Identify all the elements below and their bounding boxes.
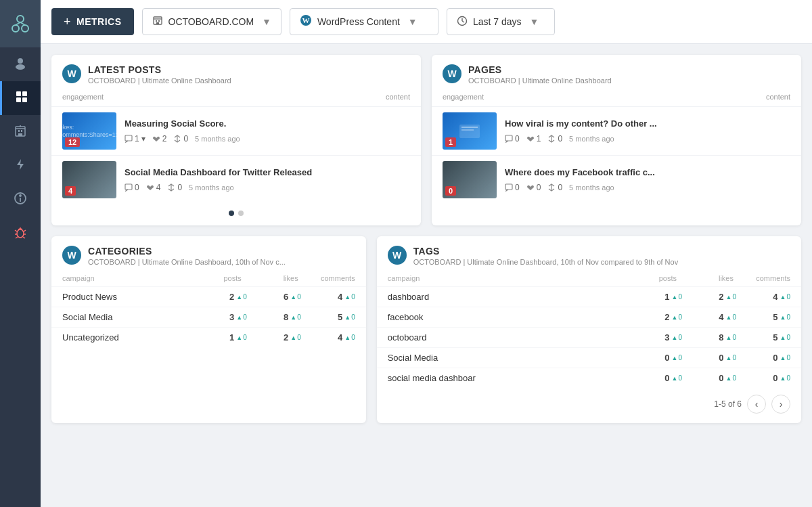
cat-likes-1: 8 ▲0 [247,312,301,322]
chevron-down-icon-1: ▾ [141,134,145,144]
time-dropdown[interactable]: Last 7 days ▼ [447,8,555,35]
svg-point-0 [17,16,24,22]
sidebar-item-bug[interactable] [0,217,41,250]
post-likes-2: 4 [146,183,161,192]
svg-marker-17 [17,159,24,170]
time-chevron: ▼ [530,16,539,27]
cat-comments-0: 4 ▲0 [301,292,355,302]
categories-title: CATEGORIES [88,246,286,257]
svg-line-3 [16,22,20,25]
tag-name-3: Social Media [388,353,628,363]
sidebar-item-lightning[interactable] [0,149,41,183]
platform-dropdown[interactable]: OCTOBOARD.COM ▼ [142,8,281,35]
metrics-label: METRICS [76,16,122,27]
categories-header-text: CATEGORIES OCTOBOARD | Ultimate Online D… [88,246,286,266]
tag-row-2: octoboard 3▲0 8▲0 5▲0 [377,327,801,347]
page-shares-1: 0 [547,134,562,144]
bottom-card-row: W CATEGORIES OCTOBOARD | Ultimate Online… [51,236,801,423]
svg-rect-9 [16,97,21,102]
post-stats-1: 1 ▾ 2 0 5 months ago [125,134,410,144]
cat-posts-2: 1 ▲0 [193,332,247,343]
svg-point-1 [12,25,19,32]
posts-meta-row: engagement content [51,90,421,106]
svg-line-4 [20,22,25,25]
svg-point-20 [20,195,21,196]
post-time-2: 5 months ago [189,183,234,192]
svg-line-27 [16,237,18,238]
platform-icon [152,15,163,28]
tags-title: TAGS [413,246,679,257]
sidebar-item-dashboard[interactable] [0,81,41,115]
pages-meta-row: engagement content [432,90,801,106]
sidebar-item-info[interactable] [0,183,41,217]
tags-subtitle: OCTOBOARD | Ultimate Online Dashboard, 1… [413,258,679,266]
svg-line-24 [24,230,26,232]
pages-title: PAGES [468,64,612,75]
sidebar-item-user[interactable] [0,47,41,81]
category-row-1: Social Media 3 ▲0 8 ▲0 [51,307,366,327]
svg-point-2 [22,25,28,32]
svg-line-23 [15,230,17,232]
post-item-2[interactable]: 4 Social Media Dashboard for Twitter Rel… [51,155,421,204]
tag-col-posts: posts [623,274,677,282]
tag-name-2: octoboard [388,332,628,343]
page-score-2: 0 [445,186,456,196]
lightning-icon [14,158,27,175]
categories-subtitle: OCTOBOARD | Ultimate Online Dashboard, 1… [88,258,286,266]
post-thumb-2: 4 [62,161,116,198]
post-title-2: Social Media Dashboard for Twitter Relea… [125,167,410,179]
wp-badge-categories: W [62,246,81,265]
cat-posts-1: 3 ▲0 [193,312,247,322]
pages-subtitle: OCTOBOARD | Ultimate Online Dashboard [468,76,612,85]
post-shares-1: 0 [173,134,188,144]
latest-posts-title: LATEST POSTS [88,64,231,75]
wp-badge-pages: W [443,64,461,83]
content-label-posts: content [386,93,410,101]
categories-header: W CATEGORIES OCTOBOARD | Ultimate Online… [51,236,366,271]
sidebar-item-building[interactable] [0,115,41,149]
platform-label: OCTOBOARD.COM [168,16,254,27]
post-thumb-1: Likes: Comments:Shares=1:2 12 [62,112,116,150]
svg-rect-49 [505,184,512,190]
wp-badge-posts: W [62,64,81,83]
wordpress-icon: W [300,14,312,30]
content-label: WordPress Content [317,16,400,27]
sidebar-logo[interactable] [0,0,41,47]
tag-name-4: social media dashboar [388,373,628,383]
svg-rect-30 [156,20,157,22]
tags-pagination: 1-5 of 6 ‹ › [377,388,801,423]
svg-rect-13 [21,130,22,132]
tags-prev-button[interactable]: ‹ [747,395,766,414]
info-icon [14,192,27,208]
tags-next-button[interactable]: › [771,395,790,414]
page-comments-1: 0 [505,134,520,144]
cat-name-0: Product News [62,292,193,302]
post-content-1: Measuring Social Score. 1 ▾ 2 [125,118,410,144]
cat-comments-2: 4 ▲0 [301,332,355,343]
page-item-1[interactable]: 1 How viral is my content? Do other ... … [432,106,801,155]
svg-rect-47 [505,135,512,141]
svg-line-38 [462,21,464,22]
post-shares-2: 0 [167,183,182,192]
tag-row-4: social media dashboar 0▲0 0▲0 0▲0 [377,368,801,388]
page-item-2[interactable]: 0 Where does my Facebook traffic c... 0 … [432,155,801,204]
post-content-2: Social Media Dashboard for Twitter Relea… [125,167,410,192]
category-row-0: Product News 2 ▲0 6 ▲0 [51,286,366,307]
page-stats-2: 0 0 0 5 months ago [505,183,790,192]
page-content-1: How viral is my content? Do other ... 0 … [505,118,790,144]
page-likes-1: 1 [526,134,541,144]
content-chevron: ▼ [408,16,418,27]
dot-2[interactable] [238,211,244,216]
page-time-2: 5 months ago [569,183,614,192]
plus-icon: + [64,15,71,29]
metrics-button[interactable]: + METRICS [51,8,134,35]
content-dropdown[interactable]: W WordPress Content ▼ [290,8,438,35]
post-item-1[interactable]: Likes: Comments:Shares=1:2 12 Measuring … [51,106,421,155]
tag-col-campaign: campaign [388,274,620,282]
pages-engagement-label: engagement [443,93,484,101]
page-thumb-1: 1 [443,112,497,150]
tag-name-0: dashboard [388,292,628,302]
page-thumb-2: 0 [443,161,497,198]
svg-rect-10 [22,97,27,102]
dot-1[interactable] [229,211,234,216]
